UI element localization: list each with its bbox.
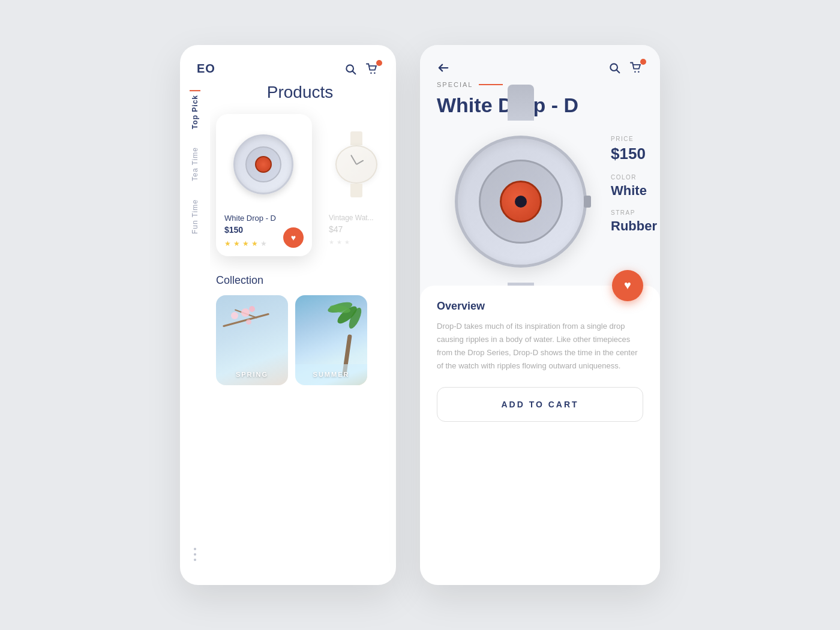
color-detail: COLOR White	[611, 174, 657, 199]
svg-point-6	[634, 71, 636, 73]
strap-label: STRAP	[611, 209, 657, 216]
wishlist-button-1[interactable]: ♥	[283, 227, 304, 248]
svg-point-3	[374, 72, 376, 74]
dot-3	[194, 559, 196, 561]
left-header: EO	[180, 45, 396, 83]
color-value: White	[611, 183, 657, 199]
big-watch-mid	[479, 160, 563, 244]
product-price-2: $47	[329, 224, 384, 234]
product-name-1: White Drop - D	[224, 214, 304, 223]
sidebar-item-fun-time[interactable]: Fun Time	[191, 199, 199, 234]
sidebar-item-top-pick[interactable]: Top Pick	[191, 95, 199, 129]
sidebar-dots	[194, 548, 196, 561]
left-body: Top Pick Tea Time Fun Time Products	[180, 83, 396, 585]
collection-card-summer[interactable]: SUMMER	[295, 295, 367, 385]
stars-row-2: ★ ★ ★	[329, 239, 384, 245]
product-title: White Drop - D	[437, 93, 643, 118]
search-button[interactable]	[344, 63, 356, 75]
vintage-face	[335, 145, 377, 184]
overview-title: Overview	[437, 300, 643, 313]
sidebar-item-tea-time[interactable]: Tea Time	[191, 147, 199, 181]
svg-line-5	[617, 70, 620, 73]
product-card-2[interactable]: Vintage Wat... $47 ★ ★ ★	[320, 114, 392, 256]
dot-2	[194, 553, 196, 556]
special-label-row: SPECIAL	[437, 81, 643, 88]
price-value: $150	[611, 145, 657, 163]
star-v3: ★	[344, 239, 350, 245]
bottom-section: Overview Drop-D takes much of its inspir…	[420, 286, 660, 585]
big-watch-inner	[500, 181, 542, 223]
header-icons	[344, 63, 379, 75]
watch-face-mid	[245, 146, 281, 182]
star-3: ★	[242, 239, 249, 248]
big-watch-clasp	[584, 196, 591, 208]
spring-label: SPRING	[216, 371, 288, 378]
star-2: ★	[233, 239, 240, 248]
right-header-icons	[608, 62, 643, 74]
star-v2: ★	[337, 239, 342, 245]
add-to-cart-button[interactable]: ADD TO CART	[437, 387, 643, 422]
right-header	[420, 45, 660, 81]
right-cart-badge	[640, 59, 646, 65]
product-name-2: Vintage Wat...	[329, 214, 384, 222]
overview-text: Drop-D takes much of its inspiration fro…	[437, 320, 643, 373]
svg-point-2	[370, 72, 372, 74]
svg-point-7	[638, 71, 640, 73]
star-1: ★	[224, 239, 231, 248]
sidebar: Top Pick Tea Time Fun Time	[180, 83, 210, 585]
back-arrow-icon	[437, 62, 450, 73]
collection-card-spring[interactable]: SPRING	[216, 295, 288, 385]
big-watch-outer	[455, 136, 587, 268]
price-detail: PRICE $150	[611, 136, 657, 163]
star-4: ★	[251, 239, 258, 248]
vintage-strap-bottom	[350, 184, 362, 197]
dot-1	[194, 548, 196, 550]
products-row: White Drop - D $150 ★ ★ ★ ★ ★ ♥	[216, 114, 384, 256]
big-watch-display	[437, 118, 605, 286]
watch-vintage	[332, 131, 380, 197]
product-details: PRICE $150 COLOR White STRAP Rubber	[605, 118, 657, 286]
summer-label: SUMMER	[295, 371, 367, 378]
collection-row: SPRING SUMMER	[216, 295, 384, 385]
cart-button[interactable]	[366, 63, 379, 75]
collection-title: Collection	[216, 274, 384, 287]
special-text: SPECIAL	[437, 81, 473, 88]
left-panel: EO Top Pick	[180, 45, 396, 585]
cart-badge	[376, 60, 382, 66]
price-label: PRICE	[611, 136, 657, 142]
logo: EO	[197, 62, 215, 76]
search-icon	[344, 63, 356, 75]
wishlist-fab[interactable]: ♥	[612, 270, 643, 301]
special-line	[479, 84, 503, 85]
watch-face-outer	[233, 134, 293, 194]
strap-value: Rubber	[611, 218, 657, 234]
right-search-button[interactable]	[608, 62, 620, 74]
watch-image-1	[224, 122, 302, 206]
big-watch-center	[515, 196, 527, 208]
strap-detail: STRAP Rubber	[611, 209, 657, 234]
big-strap-top	[508, 85, 534, 121]
svg-line-1	[353, 71, 356, 74]
right-cart-button[interactable]	[630, 62, 643, 74]
vintage-strap-top	[350, 131, 362, 145]
star-5: ★	[260, 239, 267, 248]
watch-face-inner	[255, 156, 272, 173]
right-search-icon	[608, 62, 620, 74]
products-title: Products	[216, 83, 384, 102]
main-content: Products	[210, 83, 396, 585]
right-panel: SPECIAL White Drop - D	[420, 45, 660, 585]
star-v1: ★	[329, 239, 334, 245]
color-label: COLOR	[611, 174, 657, 181]
product-card-1[interactable]: White Drop - D $150 ★ ★ ★ ★ ★ ♥	[216, 114, 312, 256]
product-top-section: SPECIAL White Drop - D	[420, 81, 660, 118]
back-button[interactable]	[437, 62, 450, 73]
